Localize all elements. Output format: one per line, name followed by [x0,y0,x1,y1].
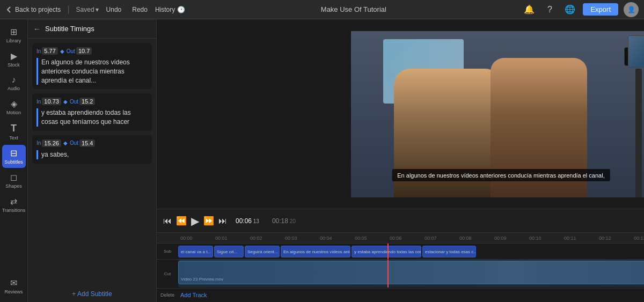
video-wrapper: En algunos de nuestros vídeos anteriores… [157,19,644,209]
reviews-icon: ✉ [10,278,17,288]
rewind-button[interactable]: ⏪ [176,216,187,226]
fast-forward-button[interactable]: ⏩ [203,216,214,226]
track-actions-row: Delete Add Track [157,288,644,302]
notifications-icon[interactable]: 🔔 [522,2,537,17]
text-label: Text [9,135,18,141]
subtitle-clip-2[interactable]: Seguirá orient... [245,246,280,257]
motion-icon: ◈ [11,99,17,109]
ruler-mark-5: 00:05 [355,235,390,241]
sidebar-item-reviews[interactable]: ✉ Reviews [2,275,26,298]
playhead: ▼ [387,244,389,259]
timing-in-0: In 5.77 [36,47,58,55]
delete-label: Delete [160,292,174,298]
play-button[interactable]: ▶ [191,215,199,227]
ruler-mark-8: 00:08 [459,235,494,241]
ruler-mark-4: 00:04 [320,235,355,241]
subtitle-track-label: Sub [164,249,171,254]
help-icon[interactable]: ? [542,2,557,17]
current-frames: 13 [252,218,259,224]
ruler-mark-3: 00:03 [285,235,320,241]
ruler-mark-12: 00:12 [599,235,634,241]
sidebar-item-audio[interactable]: ♪ Audio [2,72,26,94]
ruler-mark-1: 00:01 [215,235,250,241]
subtitle-clip-0-text: el canal va a t... [179,249,213,254]
add-track-button[interactable]: Add Track [178,290,209,300]
sidebar-item-shapes[interactable]: ◻ Shapes [2,169,26,192]
redo-button[interactable]: Redo [129,5,151,14]
delete-track-btn[interactable]: Delete [157,292,178,298]
saved-label: Saved [76,6,94,13]
add-track-area: Add Track [178,290,644,300]
panel-title: Subtitle Timings [45,25,94,33]
sidebar-item-subtitles[interactable]: ⊟ Subtitles [2,145,26,168]
timing-out-0: Out 10.7 [67,47,92,55]
timing-out-val-2: 15.4 [79,139,95,147]
subtitle-item-0[interactable]: In 5.77 ◆ Out 10.7 En algunos de nuestro… [32,43,152,89]
globe-icon[interactable]: 🌐 [562,2,577,17]
video-clip-main[interactable]: Video 23 Preview.mov [178,261,644,284]
sidebar-item-library[interactable]: ⊞ Library [2,24,26,47]
timing-diamond-1: ◆ [63,99,68,105]
sidebar-item-transitions[interactable]: ⇄ Transitions [2,193,26,216]
library-icon: ⊞ [10,27,17,37]
timing-out-val-1: 15.2 [79,98,95,105]
cut-label[interactable]: Cut [164,271,171,276]
separator: | [67,5,69,14]
total-time: 00:18 20 [272,217,296,225]
subtitle-clip-5[interactable]: estacionar y todas esas c... [422,246,476,257]
audio-icon: ♪ [12,75,16,85]
undo-button[interactable]: Undo [103,5,125,14]
subtitle-text-1: y estaba aprendiendo todas las cosas que… [36,108,148,127]
subtitle-clip-4[interactable]: y estaba aprendiendo todas las cosas ... [352,246,421,257]
timing-in-val-0: 5.77 [42,47,57,55]
main-layout: ⊞ Library ▶ Stock ♪ Audio ◈ Motion T Tex… [0,19,644,302]
panel-back-icon[interactable]: ← [33,25,41,33]
skip-end-button[interactable]: ⏭ [218,216,227,226]
timing-in-val-1: 10.73 [42,98,61,105]
history-button[interactable]: History 🕑 [155,6,185,13]
subtitle-clip-1-text: Sigue ori... [215,249,239,254]
export-button[interactable]: Export [583,3,618,16]
library-label: Library [6,38,21,43]
subtitle-track-row: Sub el canal va a t... Sigue ori... Segu… [157,244,644,260]
subtitle-timing-0: In 5.77 ◆ Out 10.7 [36,47,148,55]
track-left-subtitles: Sub [157,249,178,254]
reviews-label: Reviews [4,289,23,294]
video-preview: En algunos de nuestros vídeos anteriores… [351,31,645,197]
track-left-video: Cut [157,271,178,276]
video-waveform: Video 23 Preview.mov [179,261,644,284]
subtitle-panel: ← Subtitle Timings In 5.77 ◆ Out 10.7 En [28,19,157,302]
panel-header: ← Subtitle Timings [28,19,156,39]
add-subtitle-button[interactable]: + Add Subtitle [28,286,156,302]
subtitle-clip-3-text: En algunos de nuestros vídeos anteriores… [281,249,350,254]
subtitle-item-2[interactable]: In 15.26 ◆ Out 15.4 ya sabes, [32,135,152,164]
subtitle-clip-2-text: Seguirá orient... [245,249,279,254]
skip-start-button[interactable]: ⏮ [163,216,172,226]
sidebar-item-motion[interactable]: ◈ Motion [2,95,26,119]
video-track-row: Cut Video 23 Preview.mov [157,260,644,288]
ruler-mark-7: 00:07 [425,235,459,241]
subtitle-clip-1[interactable]: Sigue ori... [214,246,244,257]
audio-label: Audio [8,86,20,91]
subtitle-clip-3[interactable]: En algunos de nuestros vídeos anteriores… [281,246,350,257]
timing-diamond-2: ◆ [63,140,68,146]
ruler-marks: 00:00 00:01 00:02 00:03 00:04 00:05 00:0… [180,235,644,241]
playhead-video [387,260,389,288]
sidebar-item-stock[interactable]: ▶ Stock [2,48,26,71]
subtitle-clip-0[interactable]: el canal va a t... [178,246,213,257]
clip-filename: Video 23 Preview.mov [181,277,223,282]
stock-label: Stock [8,62,20,68]
ruler-mark-6: 00:06 [390,235,425,241]
text-icon: T [11,123,17,134]
sidebar-item-text[interactable]: T Text [2,120,26,144]
timeline-ruler: 00:00 00:01 00:02 00:03 00:04 00:05 00:0… [157,233,644,244]
phone-display [628,36,645,67]
subtitle-item-1[interactable]: In 10.73 ◆ Out 15.2 y estaba aprendiendo… [32,93,152,131]
saved-caret[interactable]: ▾ [96,6,99,13]
transitions-label: Transitions [2,208,26,213]
subtitle-text-0: En algunos de nuestros vídeos anteriores… [36,58,148,85]
back-button[interactable]: Back to projects [5,6,61,13]
avatar[interactable]: 👤 [624,2,639,17]
shapes-icon: ◻ [10,172,17,182]
ruler-mark-10: 00:10 [529,235,564,241]
